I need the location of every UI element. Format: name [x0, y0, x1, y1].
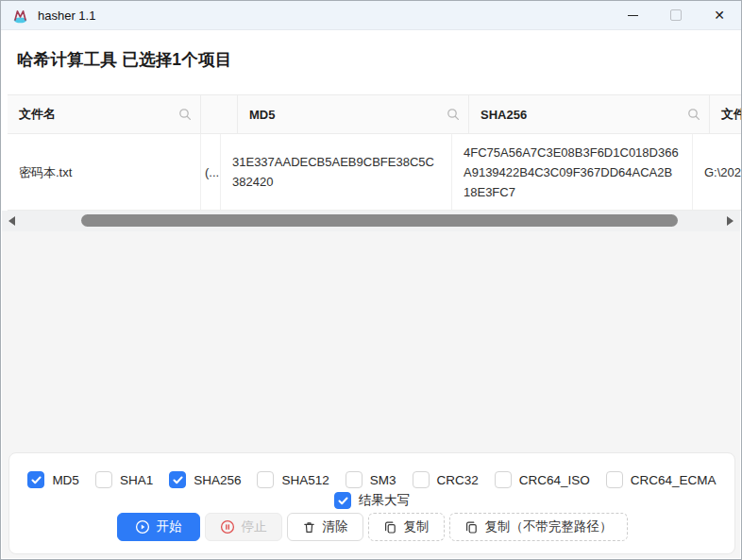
scroll-left-icon[interactable] [8, 216, 15, 226]
copy-button[interactable]: 复制 [368, 513, 445, 541]
checkbox-label: CRC64_ECMA [631, 473, 717, 487]
close-icon: ✕ [714, 8, 725, 22]
cell-truncated[interactable]: (... [201, 134, 221, 210]
start-button[interactable]: 开始 [117, 513, 200, 541]
checkbox-box [346, 471, 363, 488]
column-header-sha256[interactable]: SHA256 [469, 95, 710, 133]
checkbox-uppercase[interactable]: 结果大写 [334, 492, 410, 509]
checkbox-sha256[interactable]: SHA256 [169, 471, 241, 488]
column-label: 文件名 [19, 106, 56, 123]
checkbox-crc64-ecma[interactable]: CRC64_ECMA [606, 471, 717, 488]
copy-icon [383, 520, 397, 535]
cell-md5[interactable]: 31E337AADECB5AEB9CBFE38C5C382420 [221, 134, 452, 210]
checkbox-label: SHA256 [194, 473, 241, 487]
table-header-row: 文件名 MD5 SHA256 文件完 [8, 95, 742, 134]
maximize-icon [670, 9, 682, 21]
app-title: hasher 1.1 [38, 8, 95, 23]
clear-button[interactable]: 清除 [287, 513, 363, 541]
titlebar: hasher 1.1 ✕ [1, 1, 741, 30]
copy-no-path-button[interactable]: 复制（不带完整路径） [449, 513, 628, 541]
column-header-md5[interactable]: MD5 [238, 95, 469, 133]
copy-icon [464, 520, 479, 535]
horizontal-scrollbar[interactable] [2, 211, 740, 231]
cell-fullpath[interactable]: G:\202 [693, 134, 742, 210]
pause-circle-icon [220, 519, 235, 535]
checkbox-label: CRC32 [437, 473, 479, 487]
column-label: MD5 [249, 108, 275, 122]
search-icon[interactable] [178, 108, 192, 124]
window-controls: ✕ [611, 1, 741, 29]
checkbox-label: CRC64_ISO [519, 473, 590, 487]
column-header-filename[interactable]: 文件名 [8, 95, 201, 133]
checkbox-sha1[interactable]: SHA1 [95, 471, 153, 488]
checkbox-box [169, 471, 186, 488]
checkbox-crc64-iso[interactable]: CRC64_ISO [495, 471, 590, 488]
check-icon [31, 476, 42, 484]
checkbox-md5[interactable]: MD5 [27, 471, 79, 488]
stop-button[interactable]: 停止 [205, 513, 282, 541]
cell-filename[interactable]: 密码本.txt [8, 134, 201, 210]
checkbox-label: SM3 [370, 473, 396, 487]
algorithm-checkbox-row: MD5 SHA1 SHA256 SHA512 SM3 CRC32 [9, 471, 734, 488]
checkbox-box [334, 492, 351, 509]
minimize-icon [628, 15, 638, 16]
trash-icon [302, 520, 316, 535]
checkbox-sm3[interactable]: SM3 [346, 471, 396, 488]
minimize-button[interactable] [611, 1, 654, 29]
checkbox-label: MD5 [52, 473, 79, 487]
search-icon[interactable] [687, 108, 700, 124]
options-panel: MD5 SHA1 SHA256 SHA512 SM3 CRC32 [8, 452, 735, 554]
header-band: 哈希计算工具 已选择1个项目 [2, 30, 740, 94]
checkbox-box [606, 471, 623, 488]
page-title: 哈希计算工具 已选择1个项目 [17, 48, 231, 71]
search-icon[interactable] [447, 108, 460, 124]
column-header-fullpath[interactable]: 文件完 [710, 95, 742, 133]
checkbox-box [27, 471, 44, 488]
checkbox-sha512[interactable]: SHA512 [257, 471, 329, 488]
app-logo-icon [11, 7, 29, 25]
checkbox-label: 结果大写 [359, 492, 410, 509]
checkbox-label: SHA512 [281, 473, 329, 487]
checkbox-box [257, 471, 274, 488]
scroll-right-icon[interactable] [727, 216, 734, 226]
checkbox-label: SHA1 [120, 473, 153, 487]
maximize-button[interactable] [654, 1, 698, 29]
column-header-truncated[interactable] [201, 95, 238, 133]
cell-sha256[interactable]: 4FC75A56A7C3E08B3F6D1C018D366A9139422B4C… [452, 134, 693, 210]
play-circle-icon [135, 519, 150, 535]
checkbox-box [95, 471, 112, 488]
uppercase-row: 结果大写 [9, 492, 734, 509]
column-label: SHA256 [481, 108, 527, 122]
column-label: 文件完 [721, 106, 742, 123]
checkbox-box [413, 471, 430, 488]
checkbox-box [495, 471, 512, 488]
close-button[interactable]: ✕ [698, 1, 741, 29]
checkbox-crc32[interactable]: CRC32 [413, 471, 479, 488]
scrollbar-thumb[interactable] [81, 214, 678, 227]
app-window: hasher 1.1 ✕ 哈希计算工具 已选择1个项目 文件名 MD5 [0, 0, 742, 560]
check-icon [173, 476, 183, 484]
check-icon [338, 497, 348, 505]
action-button-row: 开始 停止 清除 复制 复制（不带完整路径） [9, 513, 734, 541]
table-row[interactable]: 密码本.txt (... 31E337AADECB5AEB9CBFE38C5C3… [8, 134, 742, 211]
file-table: 文件名 MD5 SHA256 文件完 [8, 94, 742, 211]
